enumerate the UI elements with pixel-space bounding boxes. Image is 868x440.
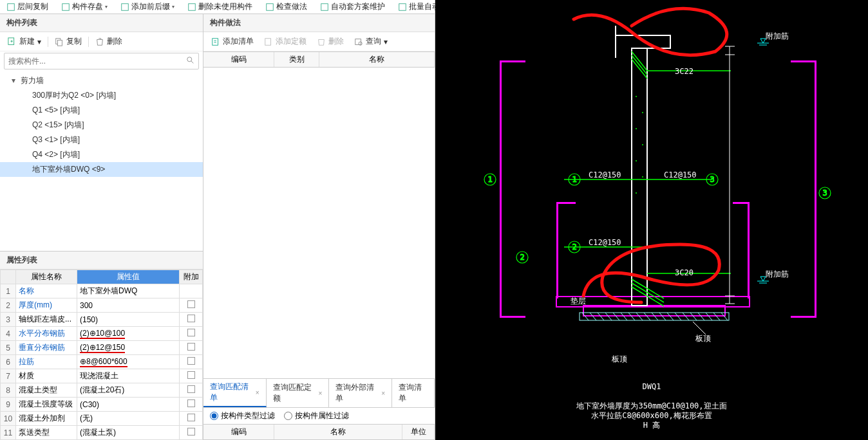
property-panel: 属性列表 属性名称 属性值 附加 1名称地下室外墙DWQ2厚度(mm)3003轴… bbox=[0, 251, 203, 440]
new-button[interactable]: 新建▾ bbox=[4, 36, 45, 47]
prop-row[interactable]: 6拉筋⊕8@600*600 bbox=[1, 355, 203, 369]
svg-rect-1 bbox=[62, 3, 70, 10]
component-tree: ▾剪力墙300厚时为Q2 <0> [内墙]Q1 <5> [内墙]Q2 <15> … bbox=[0, 71, 203, 251]
prop-row[interactable]: 11泵送类型(混凝土泵) bbox=[1, 426, 203, 440]
tab-查询外部清单[interactable]: 查询外部清单× bbox=[329, 379, 392, 407]
col-unit[interactable]: 单位 bbox=[402, 425, 435, 439]
prop-row[interactable]: 10混凝土外加剂(无) bbox=[1, 412, 203, 426]
filter-by-prop[interactable]: 按构件属性过滤 bbox=[284, 410, 349, 421]
cad-note1: 地下室外墙厚度为350mm@C10@100,迎土面 bbox=[576, 401, 726, 410]
tree-item[interactable]: Q3 <1> [内墙] bbox=[0, 133, 203, 147]
svg-point-34 bbox=[642, 144, 643, 145]
svg-point-29 bbox=[636, 96, 637, 97]
ribbon-auto-scheme[interactable]: 自动套方案维护 bbox=[316, 0, 389, 14]
cad-label-top-rebar: 3C22 bbox=[675, 67, 693, 76]
svg-point-33 bbox=[642, 112, 643, 113]
search-input[interactable] bbox=[4, 53, 199, 69]
tab-查询清单[interactable]: 查询清单 bbox=[392, 379, 435, 407]
property-table: 属性名称 属性值 附加 1名称地下室外墙DWQ2厚度(mm)3003轴线距左墙皮… bbox=[0, 270, 203, 440]
tree-item[interactable]: Q4 <2> [内墙] bbox=[0, 147, 203, 162]
tree-item[interactable]: 地下室外墙DWQ <9> bbox=[0, 162, 203, 177]
ribbon-save[interactable]: 构件存盘▾ bbox=[57, 0, 111, 14]
svg-text:2: 2 bbox=[520, 253, 524, 262]
col-cat[interactable]: 类别 bbox=[274, 52, 319, 67]
svg-rect-12 bbox=[265, 38, 271, 45]
delete-button[interactable]: 删除 bbox=[91, 36, 126, 47]
svg-point-31 bbox=[636, 160, 637, 161]
svg-point-32 bbox=[636, 192, 637, 194]
ribbon-check[interactable]: 检查做法 bbox=[261, 0, 311, 14]
col-prop-value[interactable]: 属性值 bbox=[77, 270, 180, 284]
query-button[interactable]: 查询▾ bbox=[350, 36, 392, 47]
cad-label-bot-rebar: 3C20 bbox=[675, 268, 693, 277]
filter-row: 按构件类型过滤 按构件属性过滤 bbox=[203, 408, 435, 424]
cad-viewport[interactable]: 1 2 3 1 2 3 3C22 C12@150 C12@150 C12@150… bbox=[435, 0, 868, 440]
cad-tag-bl: 垫层 bbox=[571, 297, 586, 306]
close-icon[interactable]: × bbox=[256, 389, 259, 396]
copy-button[interactable]: 复制 bbox=[51, 36, 86, 47]
cad-tag-top-slab: 板顶 bbox=[611, 354, 627, 363]
svg-rect-23 bbox=[748, 202, 750, 298]
filter-by-type[interactable]: 按构件类型过滤 bbox=[210, 410, 275, 421]
add-list-button[interactable]: 添加清单 bbox=[207, 36, 258, 47]
col-name[interactable]: 名称 bbox=[319, 52, 435, 67]
query-tabs: 查询匹配清单×查询匹配定额×查询外部清单×查询清单 bbox=[203, 379, 435, 408]
svg-rect-3 bbox=[189, 3, 196, 10]
cad-tag-tl: 附加筋 bbox=[766, 32, 789, 41]
prop-row[interactable]: 1名称地下室外墙DWQ bbox=[1, 284, 203, 298]
add-quota-button[interactable]: 添加定额 bbox=[260, 36, 310, 47]
tab-查询匹配定额[interactable]: 查询匹配定额× bbox=[267, 379, 330, 407]
close-icon[interactable]: × bbox=[319, 390, 323, 397]
col-prop-extra[interactable]: 附加 bbox=[180, 270, 203, 284]
prop-row[interactable]: 2厚度(mm)300 bbox=[1, 298, 203, 313]
prop-row[interactable]: 5垂直分布钢筋(2)⊕12@150 bbox=[1, 341, 203, 355]
svg-rect-6 bbox=[399, 3, 406, 10]
close-icon[interactable]: × bbox=[381, 390, 385, 397]
svg-rect-0 bbox=[8, 3, 15, 10]
cad-title: DWQ1 bbox=[643, 382, 661, 391]
copy-layers-icon bbox=[6, 3, 15, 12]
svg-rect-9 bbox=[57, 40, 62, 46]
col-prop-name[interactable]: 属性名称 bbox=[16, 270, 77, 284]
method-grid-body[interactable] bbox=[203, 68, 435, 378]
method-delete-button[interactable]: 删除 bbox=[313, 36, 348, 47]
svg-rect-17 bbox=[500, 316, 525, 318]
svg-rect-15 bbox=[500, 60, 502, 318]
prop-row[interactable]: 9混凝土强度等级(C30) bbox=[1, 398, 203, 412]
svg-rect-28 bbox=[632, 48, 647, 306]
save-icon bbox=[61, 3, 70, 12]
cad-tag-slab: 板顶 bbox=[695, 334, 711, 343]
tree-item[interactable]: Q2 <15> [内墙] bbox=[0, 118, 203, 133]
ribbon-delete-unused[interactable]: 删除未使用构件 bbox=[184, 0, 256, 14]
cad-note2: 水平拉筋C8@600x600,梅花形布置 bbox=[591, 411, 712, 420]
component-list-toolbar: 新建▾ 复制 删除 bbox=[0, 32, 203, 51]
svg-rect-24 bbox=[733, 202, 750, 204]
batch-auto-icon bbox=[398, 3, 407, 12]
ribbon-copy-layers[interactable]: 层间复制 bbox=[3, 0, 52, 14]
tree-root[interactable]: ▾剪力墙 bbox=[0, 73, 203, 88]
trash-icon bbox=[95, 37, 104, 46]
cad-label-low: C12@150 bbox=[589, 238, 621, 247]
prop-row[interactable]: 3轴线距左墙皮...(150) bbox=[1, 313, 203, 327]
tab-查询匹配清单[interactable]: 查询匹配清单× bbox=[203, 379, 267, 407]
svg-text:3: 3 bbox=[822, 188, 827, 197]
svg-rect-5 bbox=[321, 3, 328, 10]
method-panel-title: 构件做法 bbox=[203, 14, 435, 32]
prop-row[interactable]: 7材质现浇混凝土 bbox=[1, 369, 203, 383]
top-ribbon: 层间复制构件存盘▾添加前后缀▾删除未使用构件检查做法自动套方案维护批量自动套做法 bbox=[0, 0, 435, 14]
component-list-title: 构件列表 bbox=[0, 14, 203, 32]
ribbon-prefix[interactable]: 添加前后缀▾ bbox=[117, 0, 178, 14]
property-list-title: 属性列表 bbox=[0, 252, 203, 270]
svg-rect-4 bbox=[267, 3, 274, 10]
col-name2[interactable]: 名称 bbox=[274, 425, 402, 439]
svg-text:1: 1 bbox=[487, 175, 492, 184]
tree-item[interactable]: Q1 <5> [内墙] bbox=[0, 103, 203, 118]
prop-row[interactable]: 8混凝土类型(混凝土20石) bbox=[1, 383, 203, 398]
search-box bbox=[4, 53, 199, 69]
col-code2[interactable]: 编码 bbox=[203, 425, 274, 439]
tree-item[interactable]: 300厚时为Q2 <0> [内墙] bbox=[0, 88, 203, 103]
search-icon[interactable] bbox=[186, 56, 195, 65]
prop-row[interactable]: 4水平分布钢筋(2)⊕10@100 bbox=[1, 327, 203, 341]
col-code[interactable]: 编码 bbox=[203, 52, 274, 67]
svg-rect-16 bbox=[500, 60, 525, 62]
